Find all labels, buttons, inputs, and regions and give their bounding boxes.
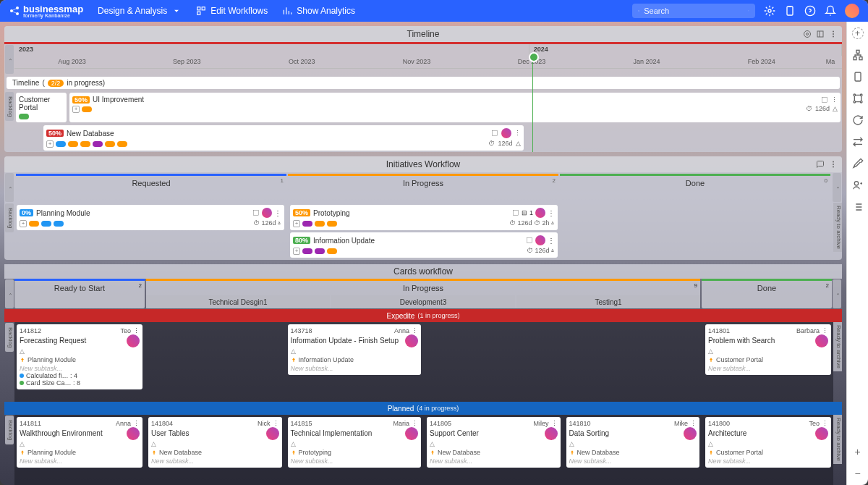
column-header[interactable]: Requested1 — [16, 176, 286, 190]
timeline-card[interactable]: 50%New Database ⋮ +⏱ 126d △ — [43, 125, 524, 151]
assignee-avatar[interactable] — [127, 427, 140, 440]
kanban-card[interactable]: 141805Miley⋮Support Center△New DatabaseN… — [427, 417, 561, 468]
more-icon[interactable]: ⋮ — [133, 420, 140, 427]
archive-tab[interactable]: Ready to archive — [833, 203, 842, 252]
list-icon[interactable] — [852, 201, 864, 213]
add-chip[interactable]: + — [46, 140, 54, 148]
more-icon[interactable]: ⋮ — [412, 420, 418, 427]
more-icon[interactable]: ⋮ — [274, 209, 281, 217]
assignee-avatar[interactable] — [405, 334, 418, 347]
assignee-avatar[interactable] — [405, 427, 418, 440]
workspace-dropdown[interactable]: Design & Analysis — [98, 6, 182, 16]
edit-workflows-button[interactable]: Edit Workflows — [196, 6, 268, 16]
swap-icon[interactable] — [852, 136, 864, 148]
show-analytics-button[interactable]: Show Analytics — [282, 6, 355, 16]
more-icon[interactable]: ⋮ — [273, 420, 279, 427]
assignee-avatar[interactable] — [501, 128, 511, 138]
archive-tab[interactable]: Ready to archive — [833, 415, 842, 464]
new-subtask-input[interactable]: New subtask... — [291, 365, 419, 372]
more-icon[interactable] — [829, 160, 838, 169]
more-icon[interactable] — [829, 30, 838, 38]
kanban-card[interactable]: 141812Teo⋮Forecasting Request△Planning M… — [17, 324, 142, 389]
more-icon[interactable]: ⋮ — [551, 420, 558, 427]
more-icon[interactable]: ⋮ — [690, 420, 697, 427]
kanban-card[interactable]: 143718Anna⋮Information Update - Finish S… — [288, 324, 422, 375]
kanban-card[interactable]: 141800Teo⋮Architecture△Customer PortalNe… — [705, 417, 831, 468]
refresh-icon[interactable] — [852, 114, 864, 126]
timeline-card[interactable]: Customer Portal — [16, 93, 67, 122]
subcolumn-header[interactable]: Technical Desgin1 — [146, 295, 330, 308]
column-header-ready[interactable]: Ready to Start2 — [14, 281, 145, 295]
backlog-tab[interactable]: Backlog — [5, 323, 14, 352]
clipboard-icon[interactable] — [852, 71, 864, 83]
assignee-avatar[interactable] — [535, 235, 545, 245]
new-subtask-input[interactable]: New subtask... — [708, 365, 828, 372]
collapse-handle[interactable]: › — [833, 173, 841, 202]
new-subtask-input[interactable]: New subtask... — [708, 457, 828, 465]
brand-logo[interactable]: businessmapformerly Kanbanize — [9, 4, 83, 18]
column-header[interactable]: Done0 — [560, 176, 830, 190]
timeline-card[interactable]: 50%UI Improvement ⋮ +⏱ 126d △ — [69, 93, 841, 122]
add-chip[interactable]: + — [293, 220, 300, 227]
kanban-card[interactable]: 141815Maria⋮Technical Implementation△Pro… — [288, 417, 422, 468]
add-icon[interactable]: + — [852, 28, 864, 39]
minus-icon[interactable]: − — [854, 468, 860, 479]
kanban-card[interactable]: 141804Nick⋮User Tables△New DatabaseNew s… — [148, 417, 282, 468]
assignee-avatar[interactable] — [535, 208, 545, 218]
user-avatar[interactable] — [845, 4, 859, 18]
column-header-done[interactable]: Done2 — [702, 281, 832, 295]
swimlane-header[interactable]: Expedite (1 in progress) — [4, 309, 842, 322]
new-subtask-input[interactable]: New subtask... — [430, 457, 558, 465]
collapse-handle[interactable]: ‹ — [5, 173, 14, 202]
backlog-tab[interactable]: Backlog — [5, 203, 14, 232]
plus-icon[interactable]: + — [854, 446, 860, 457]
kanban-card[interactable]: 141811Anna⋮Walkthrough Environment△Plann… — [17, 417, 142, 468]
more-icon[interactable]: ⋮ — [412, 327, 418, 334]
assignee-avatar[interactable] — [815, 334, 828, 347]
assignee-avatar[interactable] — [127, 334, 140, 347]
bell-icon[interactable] — [825, 5, 836, 17]
add-chip[interactable]: + — [72, 106, 80, 113]
users-icon[interactable] — [852, 180, 864, 191]
initiative-card[interactable]: 0%Planning Module⋮+⏱ 126d △ — [17, 205, 284, 230]
more-icon[interactable]: ⋮ — [822, 420, 828, 427]
help-icon[interactable] — [804, 5, 816, 17]
new-subtask-input[interactable]: New subtask... — [291, 457, 419, 465]
assignee-avatar[interactable] — [684, 427, 697, 440]
new-subtask-input[interactable]: New subtask... — [20, 365, 140, 372]
assignee-avatar[interactable] — [815, 427, 828, 440]
search-input[interactable] — [644, 7, 744, 15]
kanban-card[interactable]: 141810Mike⋮Data Sorting△New DatabaseNew … — [566, 417, 700, 468]
target-icon[interactable] — [803, 30, 812, 38]
comment-icon[interactable] — [816, 160, 825, 169]
tools-icon[interactable] — [852, 158, 864, 169]
more-icon[interactable]: ⋮ — [548, 209, 555, 217]
kanban-card[interactable]: 141801Barbara⋮Problem with Search△Custom… — [705, 324, 831, 375]
more-icon[interactable]: ⋮ — [514, 130, 521, 137]
subcolumn-header[interactable]: Development3 — [331, 295, 515, 308]
column-header[interactable]: In Progress2 — [288, 176, 558, 190]
assignee-avatar[interactable] — [545, 427, 558, 440]
initiative-card[interactable]: 50%Prototyping⊟ 1⋮+⏱ 126d ⏱ 2h △ — [290, 205, 558, 230]
new-subtask-input[interactable]: New subtask... — [151, 457, 279, 465]
new-subtask-input[interactable]: New subtask... — [20, 457, 140, 465]
swimlane-header[interactable]: Planned (4 in progress) — [4, 402, 842, 415]
more-icon[interactable]: ⋮ — [831, 96, 838, 104]
more-icon[interactable]: ⋮ — [133, 327, 140, 334]
more-icon[interactable]: ⋮ — [822, 327, 828, 334]
assignee-avatar[interactable] — [262, 208, 272, 218]
hierarchy-icon[interactable] — [852, 49, 864, 61]
collapse-handle[interactable]: › — [833, 279, 841, 308]
clipboard-icon[interactable] — [784, 5, 796, 17]
backlog-tab[interactable]: Backlog — [5, 416, 14, 444]
collapse-handle[interactable]: ‹ — [5, 45, 14, 74]
new-subtask-input[interactable]: New subtask... — [569, 457, 697, 465]
gear-icon[interactable] — [764, 5, 775, 17]
backlog-tab[interactable]: Backlog — [5, 92, 14, 121]
panel-icon[interactable] — [816, 30, 825, 38]
archive-tab[interactable]: Ready to archive — [833, 322, 842, 371]
initiative-card[interactable]: 80%Information Update⋮+⏱ 126d △ — [290, 232, 558, 258]
add-chip[interactable]: + — [293, 248, 300, 255]
collapse-handle[interactable]: ‹ — [5, 279, 14, 308]
assignee-avatar[interactable] — [266, 427, 279, 440]
